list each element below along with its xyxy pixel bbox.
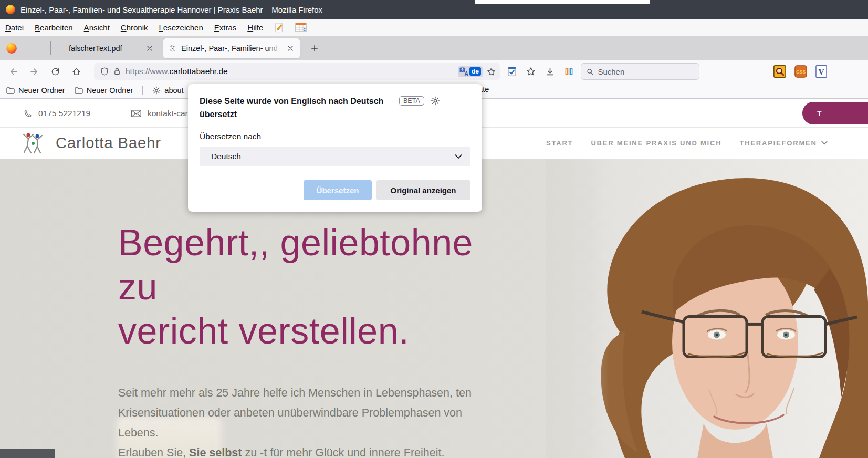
home-icon	[72, 67, 81, 76]
lock-icon[interactable]	[113, 67, 121, 76]
translation-popup: Diese Seite wurde von Englisch nach Deut…	[188, 84, 482, 212]
w3c-validator-icon[interactable]	[505, 64, 519, 79]
phone-link[interactable]: 0175 5221219	[24, 99, 90, 128]
svg-text:V: V	[818, 67, 824, 76]
star-outline-icon[interactable]	[524, 64, 538, 79]
firefox-icon	[5, 4, 16, 15]
translate-icon: A	[459, 67, 468, 76]
titlebar-artifact	[475, 0, 650, 4]
url-bar[interactable]: https://www.carlottabaehr.de A de	[94, 63, 500, 80]
translate-to-label: Übersetzen nach	[200, 132, 470, 141]
bookmark-label: about	[164, 86, 183, 95]
appointment-button[interactable]: T	[802, 102, 868, 124]
bookmark-folder[interactable]: Neuer Ordner	[6, 86, 65, 95]
status-panel	[0, 449, 55, 458]
html-validator-icon[interactable]	[773, 65, 786, 78]
chevron-down-icon	[821, 141, 828, 145]
search-icon	[587, 68, 593, 76]
bookmarks-separator	[142, 86, 143, 95]
svg-text:CSS: CSS	[796, 69, 806, 75]
home-button[interactable]	[67, 63, 86, 80]
dictionary-extension-icon[interactable]	[562, 64, 576, 79]
hero-paragraph: Seit mehr mehr als 25 Jahre helfe ich Me…	[118, 383, 517, 443]
phone-number: 0175 5221219	[38, 109, 90, 118]
language-select[interactable]: Deutsch	[200, 147, 470, 166]
bookmark-star-icon[interactable]	[487, 67, 496, 76]
translate-button[interactable]: Übersetzen	[304, 180, 372, 200]
selected-language: Deutsch	[211, 152, 241, 161]
url-text: https://www.carlottabaehr.de	[126, 67, 228, 76]
hero-heading: Begehrt,, geliebtohne zu vericht verstel…	[118, 221, 517, 353]
tab-bar: falscherText.pdf Einzel-, Paar-, Familie…	[0, 36, 868, 60]
nav-start[interactable]: START	[546, 139, 573, 147]
carlotta-baehr-logo-icon	[20, 132, 47, 154]
svg-text:A: A	[465, 70, 468, 76]
tab-carlottabaehr[interactable]: Einzel-, Paar-, Familien- und	[163, 38, 300, 58]
navigation-toolbar: https://www.carlottabaehr.de A de	[0, 60, 868, 82]
search-input[interactable]	[598, 67, 694, 76]
site-favicon	[169, 45, 177, 52]
chevron-down-icon	[455, 154, 462, 159]
portrait-photo	[546, 159, 868, 458]
folder-icon	[6, 87, 15, 94]
reload-button[interactable]	[46, 63, 65, 80]
download-icon[interactable]	[543, 64, 557, 79]
hero-sentence: Erlauben Sie, Sie selbst zu -t für mehr …	[118, 443, 517, 458]
titlebar[interactable]: Einzel-, Paar-, Familien- und Sexualther…	[0, 0, 868, 19]
forward-button[interactable]	[25, 63, 44, 80]
show-original-button[interactable]: Original anzeigen	[376, 180, 470, 200]
tab-title: Einzel-, Paar-, Familien- und	[181, 44, 281, 53]
popup-title: Diese Seite wurde von Englisch nach Deut…	[200, 95, 399, 121]
tab-falschertext[interactable]: falscherText.pdf	[54, 38, 160, 58]
shield-icon[interactable]	[100, 67, 109, 76]
nav-therapieformen[interactable]: THERAPIEFORMEN	[739, 139, 827, 147]
bookmark-label: Neuer Ordner	[18, 86, 65, 95]
plus-icon	[311, 45, 318, 52]
cta-label: T	[817, 109, 822, 118]
browser-window: Einzel-, Paar-, Familien- und Sexualther…	[0, 0, 868, 458]
menu-datei[interactable]: Datei	[5, 23, 24, 32]
phone-icon	[24, 109, 32, 118]
tab-title: falscherText.pdf	[69, 44, 144, 53]
search-box[interactable]	[581, 63, 699, 80]
table-icon[interactable]	[295, 23, 307, 32]
nav-ueber-praxis[interactable]: ÜBER MEINE PRAXIS UND MICH	[591, 139, 721, 147]
new-tab-button[interactable]	[307, 41, 322, 56]
menu-ansicht[interactable]: Ansicht	[84, 23, 110, 32]
menu-bearbeiten[interactable]: Bearbeiten	[35, 23, 73, 32]
bookmark-about[interactable]: about	[152, 86, 183, 95]
css-validator-icon[interactable]: CSS	[794, 65, 807, 78]
translate-button[interactable]: A de	[458, 66, 483, 77]
close-icon[interactable]	[144, 43, 155, 54]
firefox-view-button[interactable]	[5, 43, 18, 54]
beta-badge: BETA	[399, 96, 424, 106]
email-text: kontakt-car	[148, 109, 188, 118]
close-icon[interactable]	[285, 43, 296, 54]
site-logo[interactable]: Carlotta Baehr	[20, 128, 161, 158]
hero-copy: Begehrt,, geliebtohne zu vericht verstel…	[118, 221, 517, 458]
email-link[interactable]: kontakt-car	[131, 99, 188, 128]
brand-name: Carlotta Baehr	[56, 134, 161, 152]
back-arrow-icon	[9, 67, 18, 76]
gear-icon	[152, 86, 161, 95]
reload-icon	[51, 67, 60, 76]
bookmark-label: Neuer Ordner	[87, 86, 133, 95]
settings-gear-icon[interactable]	[431, 96, 440, 106]
nav-label: THERAPIEFORMEN	[739, 139, 817, 147]
forward-arrow-icon	[30, 67, 39, 76]
menu-lesezeichen[interactable]: Lesezeichen	[159, 23, 203, 32]
menu-extras[interactable]: Extras	[214, 23, 237, 32]
site-navigation: START ÜBER MEINE PRAXIS UND MICH THERAPI…	[546, 128, 828, 158]
menu-chronik[interactable]: Chronik	[121, 23, 148, 32]
translate-lang-badge: de	[469, 67, 481, 76]
edit-note-icon[interactable]	[274, 22, 284, 33]
bookmark-folder[interactable]: Neuer Ordner	[75, 86, 133, 95]
folder-icon	[75, 87, 83, 94]
tab-separator	[50, 41, 51, 55]
menu-hilfe[interactable]: Hilfe	[247, 23, 263, 32]
window-title: Einzel-, Paar-, Familien- und Sexualther…	[20, 5, 322, 14]
firefox-icon	[6, 43, 17, 54]
back-button[interactable]	[4, 63, 23, 80]
envelope-icon	[131, 110, 141, 117]
v-extension-icon[interactable]: V	[815, 65, 827, 78]
